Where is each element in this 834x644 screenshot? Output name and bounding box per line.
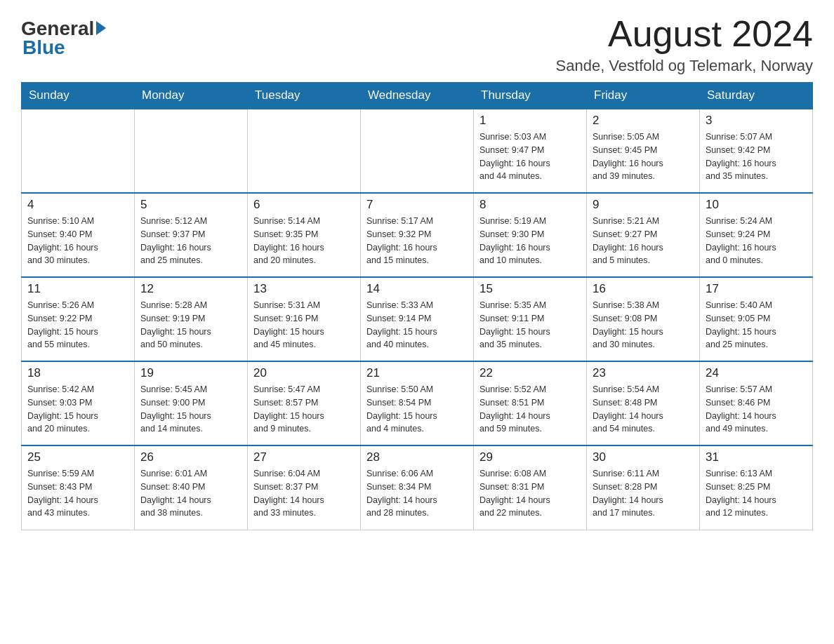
logo-arrow-icon bbox=[96, 21, 106, 35]
calendar-cell: 25Sunrise: 5:59 AMSunset: 8:43 PMDayligh… bbox=[22, 445, 135, 530]
day-info: Sunrise: 5:40 AMSunset: 9:05 PMDaylight:… bbox=[706, 299, 807, 351]
day-info: Sunrise: 5:47 AMSunset: 8:57 PMDaylight:… bbox=[253, 383, 355, 436]
day-number: 16 bbox=[593, 282, 694, 296]
day-info: Sunrise: 5:19 AMSunset: 9:30 PMDaylight:… bbox=[479, 215, 581, 267]
day-number: 7 bbox=[366, 198, 468, 212]
day-info: Sunrise: 5:28 AMSunset: 9:19 PMDaylight:… bbox=[140, 299, 241, 351]
header-sunday: Sunday bbox=[22, 83, 135, 109]
day-number: 21 bbox=[366, 366, 468, 380]
day-info: Sunrise: 5:50 AMSunset: 8:54 PMDaylight:… bbox=[366, 383, 468, 436]
day-number: 31 bbox=[706, 450, 807, 464]
calendar-cell: 21Sunrise: 5:50 AMSunset: 8:54 PMDayligh… bbox=[361, 361, 474, 445]
header-wednesday: Wednesday bbox=[361, 83, 474, 109]
calendar-cell: 5Sunrise: 5:12 AMSunset: 9:37 PMDaylight… bbox=[135, 193, 248, 277]
day-info: Sunrise: 6:01 AMSunset: 8:40 PMDaylight:… bbox=[140, 467, 241, 520]
day-number: 6 bbox=[253, 198, 355, 212]
calendar-cell: 15Sunrise: 5:35 AMSunset: 9:11 PMDayligh… bbox=[474, 277, 587, 361]
day-info: Sunrise: 5:35 AMSunset: 9:11 PMDaylight:… bbox=[479, 299, 581, 351]
day-number: 11 bbox=[27, 282, 128, 296]
day-info: Sunrise: 5:38 AMSunset: 9:08 PMDaylight:… bbox=[593, 299, 694, 351]
calendar-cell bbox=[22, 109, 135, 193]
logo-blue-text: Blue bbox=[22, 36, 65, 59]
day-info: Sunrise: 5:59 AMSunset: 8:43 PMDaylight:… bbox=[27, 467, 128, 520]
calendar-cell: 28Sunrise: 6:06 AMSunset: 8:34 PMDayligh… bbox=[361, 445, 474, 530]
day-info: Sunrise: 5:07 AMSunset: 9:42 PMDaylight:… bbox=[706, 130, 807, 183]
day-number: 18 bbox=[27, 366, 128, 380]
day-info: Sunrise: 6:11 AMSunset: 8:28 PMDaylight:… bbox=[593, 467, 694, 520]
calendar-table: SundayMondayTuesdayWednesdayThursdayFrid… bbox=[21, 82, 813, 530]
day-info: Sunrise: 5:54 AMSunset: 8:48 PMDaylight:… bbox=[593, 383, 694, 436]
calendar-cell: 9Sunrise: 5:21 AMSunset: 9:27 PMDaylight… bbox=[587, 193, 700, 277]
calendar-cell bbox=[248, 109, 361, 193]
day-number: 22 bbox=[479, 366, 581, 380]
day-number: 3 bbox=[706, 114, 807, 128]
page-header: General Blue August 2024 Sande, Vestfold… bbox=[21, 14, 813, 75]
calendar-cell: 24Sunrise: 5:57 AMSunset: 8:46 PMDayligh… bbox=[700, 361, 813, 445]
calendar-cell: 22Sunrise: 5:52 AMSunset: 8:51 PMDayligh… bbox=[474, 361, 587, 445]
calendar-cell: 26Sunrise: 6:01 AMSunset: 8:40 PMDayligh… bbox=[135, 445, 248, 530]
calendar-cell: 31Sunrise: 6:13 AMSunset: 8:25 PMDayligh… bbox=[700, 445, 813, 530]
calendar-week-row: 1Sunrise: 5:03 AMSunset: 9:47 PMDaylight… bbox=[22, 109, 813, 193]
day-info: Sunrise: 5:21 AMSunset: 9:27 PMDaylight:… bbox=[593, 215, 694, 267]
day-number: 15 bbox=[479, 282, 581, 296]
day-info: Sunrise: 5:03 AMSunset: 9:47 PMDaylight:… bbox=[479, 130, 581, 183]
day-number: 17 bbox=[706, 282, 807, 296]
calendar-header-row: SundayMondayTuesdayWednesdayThursdayFrid… bbox=[22, 83, 813, 109]
day-info: Sunrise: 5:26 AMSunset: 9:22 PMDaylight:… bbox=[27, 299, 128, 351]
day-number: 2 bbox=[593, 114, 694, 128]
header-thursday: Thursday bbox=[474, 83, 587, 109]
day-number: 5 bbox=[140, 198, 241, 212]
day-info: Sunrise: 5:24 AMSunset: 9:24 PMDaylight:… bbox=[706, 215, 807, 267]
calendar-cell: 14Sunrise: 5:33 AMSunset: 9:14 PMDayligh… bbox=[361, 277, 474, 361]
calendar-week-row: 4Sunrise: 5:10 AMSunset: 9:40 PMDaylight… bbox=[22, 193, 813, 277]
day-number: 24 bbox=[706, 366, 807, 380]
calendar-week-row: 11Sunrise: 5:26 AMSunset: 9:22 PMDayligh… bbox=[22, 277, 813, 361]
day-number: 28 bbox=[366, 450, 468, 464]
calendar-cell bbox=[135, 109, 248, 193]
header-saturday: Saturday bbox=[700, 83, 813, 109]
day-info: Sunrise: 5:42 AMSunset: 9:03 PMDaylight:… bbox=[27, 383, 128, 436]
calendar-cell: 12Sunrise: 5:28 AMSunset: 9:19 PMDayligh… bbox=[135, 277, 248, 361]
day-number: 30 bbox=[593, 450, 694, 464]
day-number: 23 bbox=[593, 366, 694, 380]
day-number: 29 bbox=[479, 450, 581, 464]
calendar-week-row: 25Sunrise: 5:59 AMSunset: 8:43 PMDayligh… bbox=[22, 445, 813, 530]
day-number: 26 bbox=[140, 450, 241, 464]
calendar-cell bbox=[361, 109, 474, 193]
day-info: Sunrise: 5:33 AMSunset: 9:14 PMDaylight:… bbox=[366, 299, 468, 351]
day-number: 19 bbox=[140, 366, 241, 380]
day-info: Sunrise: 6:06 AMSunset: 8:34 PMDaylight:… bbox=[366, 467, 468, 520]
calendar-cell: 18Sunrise: 5:42 AMSunset: 9:03 PMDayligh… bbox=[22, 361, 135, 445]
header-tuesday: Tuesday bbox=[248, 83, 361, 109]
day-number: 12 bbox=[140, 282, 241, 296]
day-info: Sunrise: 6:13 AMSunset: 8:25 PMDaylight:… bbox=[706, 467, 807, 520]
header-monday: Monday bbox=[135, 83, 248, 109]
day-number: 25 bbox=[27, 450, 128, 464]
day-info: Sunrise: 5:14 AMSunset: 9:35 PMDaylight:… bbox=[253, 215, 355, 267]
calendar-cell: 11Sunrise: 5:26 AMSunset: 9:22 PMDayligh… bbox=[22, 277, 135, 361]
calendar-cell: 27Sunrise: 6:04 AMSunset: 8:37 PMDayligh… bbox=[248, 445, 361, 530]
day-info: Sunrise: 6:08 AMSunset: 8:31 PMDaylight:… bbox=[479, 467, 581, 520]
calendar-cell: 30Sunrise: 6:11 AMSunset: 8:28 PMDayligh… bbox=[587, 445, 700, 530]
day-info: Sunrise: 5:52 AMSunset: 8:51 PMDaylight:… bbox=[479, 383, 581, 436]
calendar-cell: 6Sunrise: 5:14 AMSunset: 9:35 PMDaylight… bbox=[248, 193, 361, 277]
day-number: 13 bbox=[253, 282, 355, 296]
calendar-cell: 17Sunrise: 5:40 AMSunset: 9:05 PMDayligh… bbox=[700, 277, 813, 361]
calendar-week-row: 18Sunrise: 5:42 AMSunset: 9:03 PMDayligh… bbox=[22, 361, 813, 445]
header-friday: Friday bbox=[587, 83, 700, 109]
calendar-cell: 29Sunrise: 6:08 AMSunset: 8:31 PMDayligh… bbox=[474, 445, 587, 530]
calendar-cell: 1Sunrise: 5:03 AMSunset: 9:47 PMDaylight… bbox=[474, 109, 587, 193]
day-number: 1 bbox=[479, 114, 581, 128]
day-number: 14 bbox=[366, 282, 468, 296]
calendar-cell: 19Sunrise: 5:45 AMSunset: 9:00 PMDayligh… bbox=[135, 361, 248, 445]
day-number: 4 bbox=[27, 198, 128, 212]
day-number: 20 bbox=[253, 366, 355, 380]
calendar-cell: 4Sunrise: 5:10 AMSunset: 9:40 PMDaylight… bbox=[22, 193, 135, 277]
calendar-cell: 7Sunrise: 5:17 AMSunset: 9:32 PMDaylight… bbox=[361, 193, 474, 277]
calendar-cell: 23Sunrise: 5:54 AMSunset: 8:48 PMDayligh… bbox=[587, 361, 700, 445]
day-info: Sunrise: 5:57 AMSunset: 8:46 PMDaylight:… bbox=[706, 383, 807, 436]
calendar-cell: 3Sunrise: 5:07 AMSunset: 9:42 PMDaylight… bbox=[700, 109, 813, 193]
day-info: Sunrise: 6:04 AMSunset: 8:37 PMDaylight:… bbox=[253, 467, 355, 520]
title-area: August 2024 Sande, Vestfold og Telemark,… bbox=[556, 14, 813, 75]
day-info: Sunrise: 5:45 AMSunset: 9:00 PMDaylight:… bbox=[140, 383, 241, 436]
